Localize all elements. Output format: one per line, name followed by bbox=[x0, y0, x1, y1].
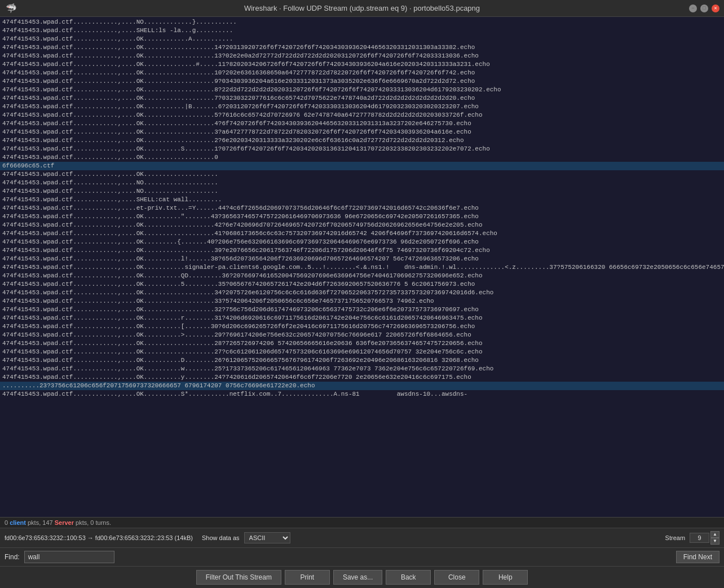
stream-line: 474f415453.wpad.ctf............,....OK..… bbox=[0, 280, 724, 289]
stream-line: 474f415453.wpad.ctf............,....OK..… bbox=[0, 170, 724, 179]
bottom-bar: Filter Out This Stream Print Save as... … bbox=[0, 566, 724, 588]
stream-spinner: ▲ ▼ bbox=[690, 531, 719, 545]
stream-line: 474f415453.wpad.ctf............,....OK..… bbox=[0, 322, 724, 331]
stream-line: 474f415453.wpad.ctf............,....NO..… bbox=[0, 18, 724, 26]
maximize-button[interactable]: □ bbox=[700, 5, 708, 12]
stream-down-arrow[interactable]: ▼ bbox=[710, 538, 719, 545]
help-button[interactable]: Help bbox=[483, 570, 528, 585]
status-bar: 0 client pkts, 147 Server pkts, 0 turns. bbox=[0, 517, 724, 528]
filter-out-button[interactable]: Filter Out This Stream bbox=[196, 570, 281, 585]
stream-display[interactable]: 474f415453.wpad.ctf............,....NO..… bbox=[0, 17, 724, 517]
stream-line: 474f415453.wpad.ctf............,....NO..… bbox=[0, 179, 724, 187]
stream-line: 474f415453.wpad.ctf............,....OK..… bbox=[0, 153, 724, 162]
stream-line: 474f415453.wpad.ctf............,....OK..… bbox=[0, 263, 724, 272]
stream-number-input[interactable] bbox=[690, 533, 709, 543]
find-label: Find: bbox=[5, 553, 20, 561]
stream-line: 474f415453.wpad.ctf............,....OK..… bbox=[0, 213, 724, 221]
app-logo: 🦈 bbox=[6, 3, 17, 14]
stream-line: ..........23?3756c61206c656f207175697373… bbox=[0, 382, 724, 390]
stream-line: 474f415453.wpad.ctf............,....OK..… bbox=[0, 365, 724, 373]
minimize-button[interactable]: − bbox=[689, 5, 697, 12]
stream-line: 474f415453.wpad.ctf............,....OK..… bbox=[0, 69, 724, 77]
stream-line: 474f415453.wpad.ctf............,....NO..… bbox=[0, 187, 724, 196]
window-controls: − □ ✕ bbox=[689, 5, 719, 12]
stream-up-arrow[interactable]: ▲ bbox=[710, 531, 719, 538]
stream-line: 474f415453.wpad.ctf............,....OK..… bbox=[0, 221, 724, 229]
find-next-button[interactable]: Find Next bbox=[676, 551, 719, 563]
stream-line: 474f415453.wpad.ctf............,....OK..… bbox=[0, 111, 724, 120]
data-format-select[interactable]: ASCII Hex Dump C Arrays Raw YAML bbox=[244, 532, 290, 543]
stream-line: 474f415453.wpad.ctf............,....OK..… bbox=[0, 77, 724, 86]
stream-line: 474f415453.wpad.ctf............,....OK..… bbox=[0, 314, 724, 322]
main-content: 474f415453.wpad.ctf............,....NO..… bbox=[0, 17, 724, 588]
stream-label: Stream bbox=[665, 534, 685, 541]
close-button[interactable]: Close bbox=[434, 570, 479, 585]
find-input[interactable] bbox=[24, 551, 114, 563]
stream-line: 474f415453.wpad.ctf............,....OK..… bbox=[0, 297, 724, 306]
client-label: client bbox=[10, 519, 26, 526]
stream-line: 474f415453.wpad.ctf............,....OK..… bbox=[0, 60, 724, 69]
stream-line: 474f415453.wpad.ctf............,....OK..… bbox=[0, 86, 724, 94]
stream-line: 6f66696c65.ctf bbox=[0, 162, 724, 170]
stream-line: 474f415453.wpad.ctf............,....OK..… bbox=[0, 356, 724, 365]
stream-line: 474f415453.wpad.ctf............,....OK..… bbox=[0, 136, 724, 145]
stream-line: 474f415453.wpad.ctf............,....OK..… bbox=[0, 339, 724, 348]
spinner-arrows: ▲ ▼ bbox=[710, 531, 719, 545]
stream-line: 474f415453.wpad.ctf............,....SHEL… bbox=[0, 196, 724, 204]
transport-bar: fd00:6e73:6563:3232::100:53 → fd00:6e73:… bbox=[0, 528, 724, 547]
stream-line: 474f415453.wpad.ctf............,....OK..… bbox=[0, 103, 724, 111]
stream-line: 474f415453.wpad.ctf............,....OK..… bbox=[0, 52, 724, 60]
transport-address: fd00:6e73:6563:3232::100:53 → fd00:6e73:… bbox=[5, 534, 193, 541]
stream-line: 474f415453.wpad.ctf............,....SHEL… bbox=[0, 26, 724, 35]
stream-line: 474f415453.wpad.ctf............,....OK..… bbox=[0, 331, 724, 339]
stream-line: 474f415453.wpad.ctf............,....OK..… bbox=[0, 272, 724, 280]
stream-line: 474f415453.wpad.ctf............,....OK..… bbox=[0, 35, 724, 43]
stream-line: 474f415453.wpad.ctf............,....OK..… bbox=[0, 120, 724, 128]
window-title: Wireshark · Follow UDP Stream (udp.strea… bbox=[244, 4, 480, 12]
titlebar: 🦈 Wireshark · Follow UDP Stream (udp.str… bbox=[0, 0, 724, 17]
stream-line: 474f415453.wpad.ctf............,....OK..… bbox=[0, 229, 724, 238]
stream-line: 474f415453.wpad.ctf............,....OK..… bbox=[0, 128, 724, 136]
stream-line: 474f415453.wpad.ctf............,....OK..… bbox=[0, 238, 724, 246]
stream-line: 474f415453.wpad.ctf............,....OK..… bbox=[0, 289, 724, 297]
stream-line: 474f415453.wpad.ctf............,....OK..… bbox=[0, 145, 724, 153]
back-button[interactable]: Back bbox=[386, 570, 431, 585]
stream-line: 474f415453.wpad.ctf............,....OK..… bbox=[0, 94, 724, 103]
stream-line: 474f415453.wpad.ctf............,....OK..… bbox=[0, 246, 724, 255]
stream-line: 474f415453.wpad.ctf............,....et-p… bbox=[0, 204, 724, 213]
close-window-button[interactable]: ✕ bbox=[712, 5, 719, 12]
server-label: Server bbox=[55, 519, 74, 526]
stream-line: 474f415453.wpad.ctf............,....OK..… bbox=[0, 348, 724, 356]
stream-line: 474f415453.wpad.ctf............,....OK..… bbox=[0, 390, 724, 399]
find-bar: Find: Find Next bbox=[0, 547, 724, 566]
stream-line: 474f415453.wpad.ctf............,....OK..… bbox=[0, 373, 724, 382]
print-button[interactable]: Print bbox=[285, 570, 330, 585]
stream-line: 474f415453.wpad.ctf............,....OK..… bbox=[0, 43, 724, 52]
stream-line: 474f415453.wpad.ctf............,....OK..… bbox=[0, 306, 724, 314]
show-data-label: Show data as bbox=[202, 534, 240, 541]
stream-line: 474f415453.wpad.ctf............,....OK..… bbox=[0, 255, 724, 263]
save-as-button[interactable]: Save as... bbox=[333, 570, 382, 585]
